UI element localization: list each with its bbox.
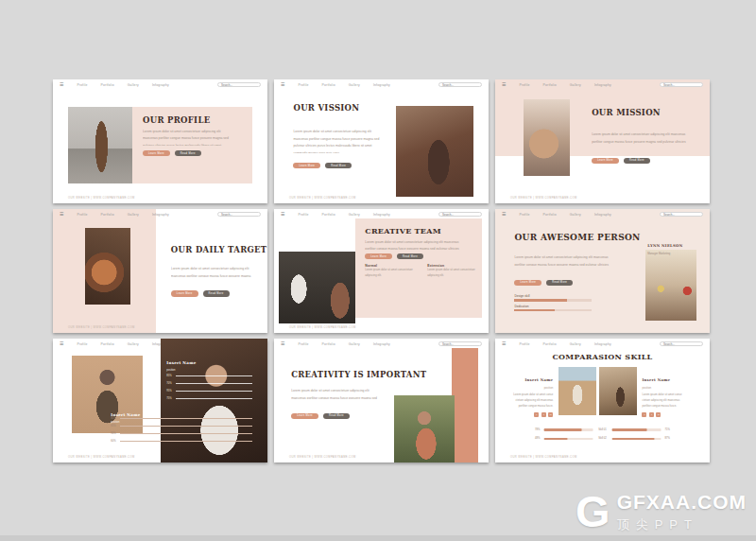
secondary-button[interactable]: Read More [203, 290, 230, 297]
search-box[interactable] [438, 82, 482, 88]
nav-item-portfolio[interactable]: Portfolio [101, 213, 114, 217]
nav-item-portfolio[interactable]: Portfolio [101, 342, 114, 346]
hamburger-menu-icon[interactable]: ☰ [60, 82, 63, 87]
twitter-icon[interactable]: t [541, 412, 546, 417]
nav-item-infography[interactable]: Infography [594, 83, 611, 87]
primary-button[interactable]: Learn More [365, 253, 392, 260]
search-input[interactable] [663, 83, 699, 87]
search-input[interactable] [663, 213, 699, 217]
search-box[interactable] [438, 341, 482, 347]
slide-navbar: ☰ Profile Portfolio Gallery Infography [495, 209, 710, 219]
secondary-button[interactable]: Read More [546, 280, 573, 287]
search-input[interactable] [442, 83, 478, 87]
slide-our-awesome-person[interactable]: ☰ Profile Portfolio Gallery Infography O… [495, 209, 710, 333]
hamburger-menu-icon[interactable]: ☰ [281, 82, 284, 87]
nav-item-profile[interactable]: Profile [298, 342, 308, 346]
nav-item-profile[interactable]: Profile [77, 213, 87, 217]
nav-item-gallery[interactable]: Gallery [349, 342, 360, 346]
search-input[interactable] [663, 342, 699, 346]
nav-item-portfolio[interactable]: Portfolio [543, 342, 557, 346]
hamburger-menu-icon[interactable]: ☰ [502, 82, 506, 87]
slide-our-mission[interactable]: ☰ Profile Portfolio Gallery Infography O… [495, 79, 710, 203]
secondary-button[interactable]: Read More [624, 158, 650, 165]
nav-item-portfolio[interactable]: Portfolio [322, 213, 335, 217]
nav-item-portfolio[interactable]: Portfolio [101, 83, 114, 87]
nav-item-profile[interactable]: Profile [77, 83, 87, 87]
skill-percent: 85% [166, 375, 173, 377]
slide-comparasion-skill[interactable]: ☰ Profile Portfolio Gallery Infography C… [495, 339, 710, 462]
person-block-left: Insert Name position Lorem ipsum dolor s… [510, 368, 553, 417]
nav-item-portfolio[interactable]: Portfolio [543, 83, 557, 87]
search-input[interactable] [442, 342, 478, 346]
hamburger-menu-icon[interactable]: ☰ [281, 212, 284, 217]
nav-item-infography[interactable]: Infography [373, 342, 390, 346]
slide-creative-team[interactable]: ☰ Profile Portfolio Gallery Infography C… [274, 209, 489, 333]
primary-button[interactable]: Learn More [291, 413, 318, 420]
secondary-button[interactable]: Read More [175, 150, 201, 157]
facebook-icon[interactable]: f [642, 412, 646, 417]
nav-item-profile[interactable]: Profile [298, 83, 308, 87]
primary-button[interactable]: Learn More [171, 290, 198, 297]
hamburger-menu-icon[interactable]: ☰ [502, 341, 506, 346]
search-box[interactable] [217, 212, 261, 218]
primary-button[interactable]: Learn More [293, 163, 320, 169]
hamburger-menu-icon[interactable]: ☰ [281, 341, 284, 346]
nav-item-portfolio[interactable]: Portfolio [322, 342, 335, 346]
nav-item-profile[interactable]: Profile [519, 213, 529, 217]
slide-our-vission[interactable]: ☰ Profile Portfolio Gallery Infography O… [274, 79, 489, 203]
vision-photo [396, 106, 473, 198]
twitter-icon[interactable]: t [649, 412, 654, 417]
hamburger-menu-icon[interactable]: ☰ [502, 212, 506, 217]
search-box[interactable] [660, 212, 703, 218]
search-input[interactable] [221, 83, 257, 87]
linkedin-icon[interactable]: in [656, 412, 661, 417]
primary-button[interactable]: Learn More [143, 150, 170, 157]
skill-lines-left: 80% 65% 90% 60% [111, 417, 252, 447]
slide-creativity-is-important[interactable]: ☰ Profile Portfolio Gallery Infography C… [274, 339, 489, 462]
nav-item-profile[interactable]: Profile [519, 342, 529, 346]
nav-item-profile[interactable]: Profile [298, 213, 308, 217]
facebook-icon[interactable]: f [534, 412, 539, 417]
search-box[interactable] [438, 212, 482, 218]
nav-item-gallery[interactable]: Gallery [570, 342, 581, 346]
search-box[interactable] [660, 82, 703, 88]
nav-item-gallery[interactable]: Gallery [128, 213, 139, 217]
hamburger-menu-icon[interactable]: ☰ [60, 341, 63, 346]
nav-item-infography[interactable]: Infography [594, 213, 611, 217]
search-input[interactable] [442, 213, 478, 217]
search-input[interactable] [221, 213, 257, 217]
nav-item-infography[interactable]: Infography [594, 342, 611, 346]
nav-item-infography[interactable]: Infography [373, 83, 390, 87]
nav-item-gallery[interactable]: Gallery [349, 213, 360, 217]
hamburger-menu-icon[interactable]: ☰ [60, 212, 63, 217]
nav-item-infography[interactable]: Infography [152, 83, 169, 87]
linkedin-icon[interactable]: in [548, 412, 553, 417]
slide-title: OUR VISSION [293, 103, 359, 113]
secondary-button[interactable]: Read More [397, 253, 423, 260]
nav-item-gallery[interactable]: Gallery [570, 213, 581, 217]
nav-item-gallery[interactable]: Gallery [128, 342, 139, 346]
slide-our-profile[interactable]: ☰ Profile Portfolio Gallery Infography O… [53, 79, 267, 203]
slide-navbar: ☰ Profile Portfolio Gallery Infography [495, 339, 710, 349]
search-box[interactable] [217, 82, 261, 88]
search-box[interactable] [660, 341, 703, 347]
nav-item-portfolio[interactable]: Portfolio [322, 83, 335, 87]
skill-percent: 65% [111, 425, 117, 428]
daily-target-photo [85, 228, 130, 305]
secondary-button[interactable]: Read More [325, 163, 352, 169]
nav-item-gallery[interactable]: Gallery [349, 83, 360, 87]
nav-item-gallery[interactable]: Gallery [570, 83, 581, 87]
secondary-button[interactable]: Read More [323, 413, 350, 420]
accent-bar [452, 348, 477, 462]
nav-item-infography[interactable]: Infography [152, 213, 169, 217]
nav-item-gallery[interactable]: Gallery [128, 83, 139, 87]
primary-button[interactable]: Learn More [514, 280, 541, 287]
nav-item-infography[interactable]: Infography [373, 213, 390, 217]
skill-progress-bar [514, 309, 592, 311]
nav-item-profile[interactable]: Profile [519, 83, 529, 87]
primary-button[interactable]: Learn More [592, 158, 619, 165]
slide-our-daily-target[interactable]: ☰ Profile Portfolio Gallery Infography O… [53, 209, 267, 333]
slide-team-members[interactable]: ☰ Profile Portfolio Gallery Infography I… [53, 339, 267, 462]
nav-item-profile[interactable]: Profile [77, 342, 87, 346]
nav-item-portfolio[interactable]: Portfolio [543, 213, 557, 217]
